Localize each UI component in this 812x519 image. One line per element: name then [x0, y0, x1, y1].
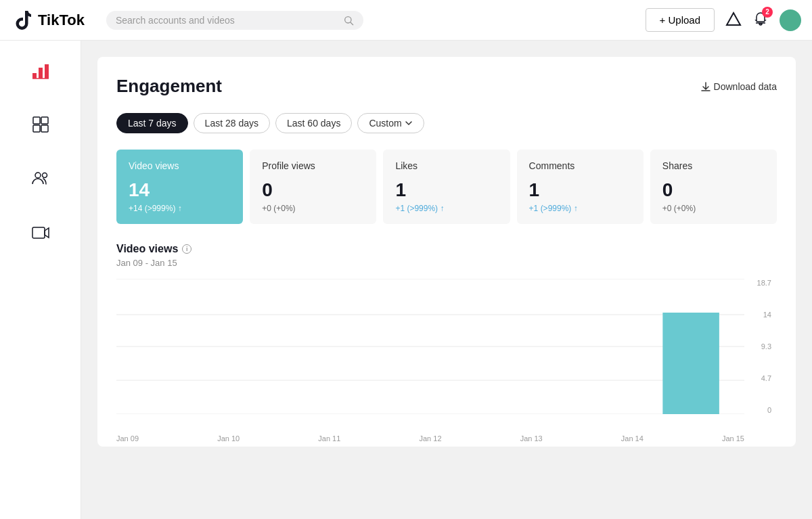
x-label-jan09: Jan 09	[116, 434, 139, 443]
chart-svg	[116, 279, 744, 414]
stats-grid: Video views 14 +14 (>999%) ↑ Profile vie…	[116, 150, 777, 224]
stat-label-video-views: Video views	[129, 160, 231, 171]
stat-label-likes: Likes	[395, 160, 497, 171]
date-filters: Last 7 days Last 28 days Last 60 days Cu…	[116, 113, 777, 133]
stat-change-text-likes: +1 (>999%) ↑	[395, 204, 444, 213]
engagement-card: Engagement Download data Last 7 days Las…	[97, 57, 796, 447]
y-label-18: 18.7	[757, 279, 771, 287]
chart-title-container: Video views i	[116, 243, 777, 255]
page-title: Engagement	[116, 76, 222, 97]
search-input[interactable]	[116, 15, 338, 26]
stat-value-shares: 0	[662, 179, 765, 201]
analytics-icon	[31, 61, 50, 80]
y-label-0: 0	[767, 406, 771, 414]
svg-marker-2	[727, 13, 740, 25]
svg-rect-9	[33, 125, 40, 132]
download-label: Download data	[714, 81, 777, 92]
svg-point-12	[42, 173, 47, 178]
tiktok-logo-icon	[11, 9, 32, 31]
stat-change-text-comments: +1 (>999%) ↑	[529, 204, 578, 213]
content-icon	[31, 115, 50, 134]
svg-rect-7	[33, 117, 40, 124]
svg-rect-3	[32, 73, 37, 78]
stat-value-comments: 1	[529, 179, 631, 201]
upload-button[interactable]: + Upload	[646, 8, 715, 32]
x-label-jan15: Jan 15	[722, 434, 744, 443]
stat-video-views[interactable]: Video views 14 +14 (>999%) ↑	[116, 150, 243, 224]
videos-icon	[31, 223, 50, 242]
stat-change-shares: +0 (+0%)	[662, 204, 765, 213]
stat-change-video-views: +14 (>999%) ↑	[129, 204, 231, 213]
stat-shares[interactable]: Shares 0 +0 (+0%)	[650, 150, 777, 224]
chart-date-range: Jan 09 - Jan 15	[116, 258, 777, 268]
inbox-icon	[725, 11, 742, 27]
sidebar-item-content[interactable]	[24, 108, 57, 141]
sidebar	[0, 41, 81, 519]
stat-label-comments: Comments	[529, 160, 631, 171]
filter-custom[interactable]: Custom	[357, 113, 424, 133]
svg-line-1	[351, 22, 353, 25]
svg-point-11	[35, 173, 41, 178]
sidebar-item-videos[interactable]	[24, 217, 57, 249]
svg-rect-5	[45, 64, 49, 78]
stat-likes[interactable]: Likes 1 +1 (>999%) ↑	[383, 150, 510, 224]
chart-bar-jan15	[662, 313, 719, 414]
x-label-jan12: Jan 12	[419, 434, 441, 443]
inbox-icon-container[interactable]	[725, 11, 742, 30]
search-bar	[106, 11, 363, 30]
followers-icon	[31, 169, 50, 188]
y-label-14: 14	[763, 311, 771, 319]
page-header: Engagement Download data	[116, 76, 777, 97]
logo[interactable]: TikTok	[11, 9, 85, 31]
x-label-jan10: Jan 10	[217, 434, 240, 443]
chart-x-labels: Jan 09 Jan 10 Jan 11 Jan 12 Jan 13 Jan 1…	[116, 430, 744, 443]
x-label-jan13: Jan 13	[520, 434, 543, 443]
download-link[interactable]: Download data	[700, 81, 777, 92]
notification-badge: 2	[762, 7, 773, 18]
stat-change-comments: +1 (>999%) ↑	[529, 204, 631, 213]
filter-7days[interactable]: Last 7 days	[116, 113, 188, 133]
chart-area: Jan 09 Jan 10 Jan 11 Jan 12 Jan 13 Jan 1…	[116, 279, 744, 428]
sidebar-item-followers[interactable]	[24, 162, 57, 195]
stat-change-likes: +1 (>999%) ↑	[395, 204, 497, 213]
stat-change-profile-views: +0 (+0%)	[262, 204, 364, 213]
sidebar-item-analytics[interactable]	[24, 54, 57, 87]
stat-change-text: +14 (>999%) ↑	[129, 204, 182, 213]
stat-value-video-views: 14	[129, 179, 231, 201]
main-content: Engagement Download data Last 7 days Las…	[81, 41, 812, 519]
info-icon[interactable]: i	[182, 244, 191, 254]
stat-label-profile-views: Profile views	[262, 160, 364, 171]
chart-y-labels: 18.7 14 9.3 4.7 0	[750, 279, 777, 414]
header: TikTok + Upload 2	[0, 0, 812, 41]
search-icon	[343, 15, 354, 26]
x-label-jan11: Jan 11	[318, 434, 340, 443]
chart-title-text: Video views	[116, 243, 178, 255]
header-right: + Upload 2	[646, 8, 801, 32]
svg-rect-10	[41, 125, 48, 132]
chart-section: Video views i Jan 09 - Jan 15	[116, 243, 777, 428]
filter-60days[interactable]: Last 60 days	[275, 113, 352, 133]
filter-28days[interactable]: Last 28 days	[194, 113, 270, 133]
svg-rect-13	[32, 227, 45, 238]
stat-change-text-profile: +0 (+0%)	[262, 204, 295, 213]
download-icon	[700, 81, 711, 92]
stat-profile-views[interactable]: Profile views 0 +0 (+0%)	[250, 150, 376, 224]
logo-text: TikTok	[38, 12, 85, 29]
notification-icon-container[interactable]: 2	[752, 11, 769, 30]
svg-rect-4	[39, 68, 43, 78]
stat-value-profile-views: 0	[262, 179, 364, 201]
stat-comments[interactable]: Comments 1 +1 (>999%) ↑	[517, 150, 644, 224]
layout: Engagement Download data Last 7 days Las…	[0, 41, 812, 519]
y-label-4: 4.7	[761, 374, 771, 382]
y-label-9: 9.3	[761, 342, 771, 351]
stat-change-text-shares: +0 (+0%)	[662, 204, 696, 213]
chevron-down-icon	[405, 119, 413, 127]
svg-rect-8	[41, 117, 48, 124]
x-label-jan14: Jan 14	[621, 434, 644, 443]
chart-container: Jan 09 Jan 10 Jan 11 Jan 12 Jan 13 Jan 1…	[116, 279, 777, 428]
custom-label: Custom	[369, 118, 401, 129]
stat-label-shares: Shares	[662, 160, 765, 171]
stat-value-likes: 1	[395, 179, 497, 201]
avatar[interactable]	[780, 9, 801, 31]
